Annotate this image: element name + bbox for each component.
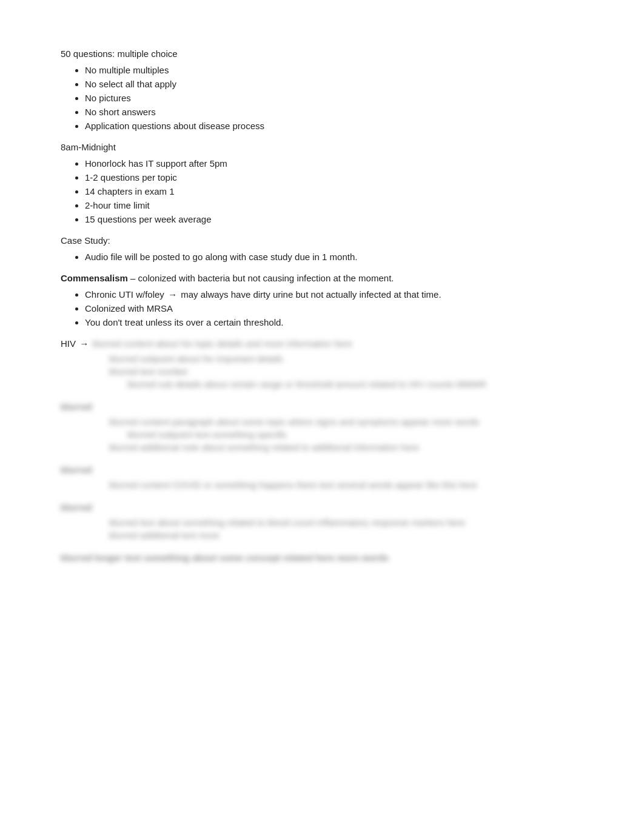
casestudy-list: Audio file will be posted to go along wi… xyxy=(61,252,583,262)
hiv-arrow-icon: → xyxy=(79,338,89,349)
commensalism-title: Commensalism – colonized with bacteria b… xyxy=(61,273,583,283)
main-content: 50 questions: multiple choice No multipl… xyxy=(61,49,583,563)
casestudy-section: Case Study: Audio file will be posted to… xyxy=(61,235,583,262)
hiv-blurred-title: blurred content about hiv topic details … xyxy=(92,338,352,349)
hiv-section: HIV → blurred content about hiv topic de… xyxy=(61,338,583,389)
blurred-section4-content: blurred text about something related to … xyxy=(61,517,583,540)
list-item: 14 chapters in exam 1 xyxy=(85,186,583,196)
list-item: No short answers xyxy=(85,107,583,117)
last-blurred-line: blurred longer text something about some… xyxy=(61,552,583,563)
list-item: No multiple multiples xyxy=(85,65,583,75)
blurred-section3-content: blurred content COVID or something happe… xyxy=(61,480,583,490)
list-item: 1-2 questions per topic xyxy=(85,172,583,183)
blurred-line1: blurred content paragraph about some top… xyxy=(109,417,583,427)
blurred-section3-line1: blurred content COVID or something happe… xyxy=(109,480,583,490)
list-item: No pictures xyxy=(85,93,583,103)
hiv-sub3: blurred sub details about certain range … xyxy=(109,379,583,389)
blurred-section-4: blurred blurred text about something rel… xyxy=(61,502,583,540)
list-item: Honorlock has IT support after 5pm xyxy=(85,158,583,169)
blurred-section4-title: blurred xyxy=(61,502,583,512)
list-item: Colonized with MRSA xyxy=(85,303,583,314)
blurred-line1b: blurred subpoint text something specific xyxy=(109,429,583,440)
list-item: No select all that apply xyxy=(85,79,583,89)
last-line-text: blurred longer text something about some… xyxy=(61,552,583,563)
schedule-title: 8am-Midnight xyxy=(61,142,583,152)
list-item: You don't treat unless its over a certai… xyxy=(85,317,583,327)
schedule-list: Honorlock has IT support after 5pm 1-2 q… xyxy=(61,158,583,224)
blurred-section2-content: blurred content paragraph about some top… xyxy=(61,417,583,452)
list-item: Application questions about disease proc… xyxy=(85,121,583,131)
blurred-section2-title: blurred xyxy=(61,401,583,412)
questions-section: 50 questions: multiple choice No multipl… xyxy=(61,49,583,131)
commensalism-list: Chronic UTI w/foley → may always have di… xyxy=(61,289,583,327)
blurred-section-3: blurred blurred content COVID or somethi… xyxy=(61,464,583,490)
hiv-sub1: blurred subpoint about hiv important det… xyxy=(109,354,583,364)
list-item: Audio file will be posted to go along wi… xyxy=(85,252,583,262)
blurred-section4-line1: blurred text about something related to … xyxy=(109,517,583,528)
arrow-icon: → xyxy=(168,289,177,300)
questions-list: No multiple multiples No select all that… xyxy=(61,65,583,131)
casestudy-title: Case Study: xyxy=(61,235,583,246)
blurred-section-2: blurred blurred content paragraph about … xyxy=(61,401,583,452)
blurred-section4-line2: blurred additional text more xyxy=(109,530,583,540)
hiv-sub2: blurred text number xyxy=(109,366,583,377)
blurred-line2: blurred additional note about something … xyxy=(109,442,583,452)
schedule-section: 8am-Midnight Honorlock has IT support af… xyxy=(61,142,583,224)
questions-title: 50 questions: multiple choice xyxy=(61,49,583,59)
list-item: 15 questions per week average xyxy=(85,214,583,224)
hiv-title: HIV → blurred content about hiv topic de… xyxy=(61,338,583,349)
list-item: 2-hour time limit xyxy=(85,200,583,210)
hiv-sub-content: blurred subpoint about hiv important det… xyxy=(61,354,583,389)
list-item: Chronic UTI w/foley → may always have di… xyxy=(85,289,583,300)
commensalism-section: Commensalism – colonized with bacteria b… xyxy=(61,273,583,327)
blurred-section3-title: blurred xyxy=(61,464,583,475)
